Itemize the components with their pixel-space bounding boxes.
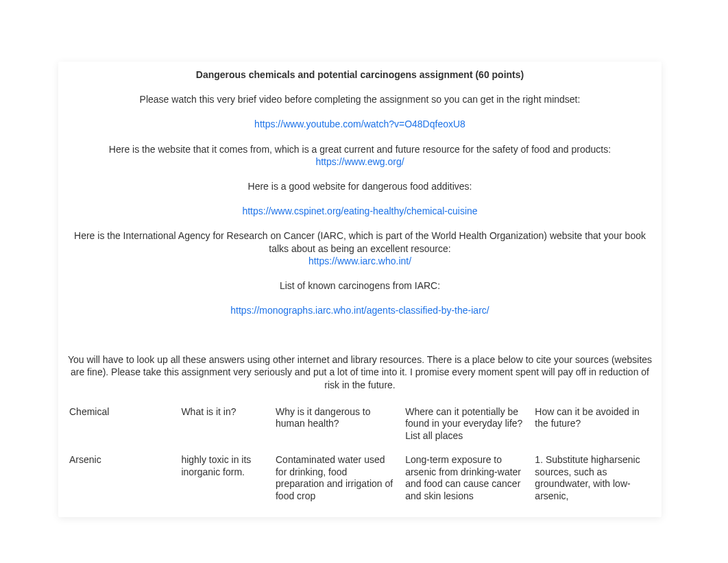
intro-paragraph-3: Here is a good website for dangerous foo… xyxy=(65,180,655,192)
header-how-avoided: How can it be avoided in the future? xyxy=(531,403,655,452)
cell-why-dangerous: Contaminated water used for drinking, fo… xyxy=(271,451,401,512)
header-chemical: Chemical xyxy=(65,403,177,452)
header-what-is-it-in: What is it in? xyxy=(177,403,271,452)
cell-what-is-it-in: highly toxic in its inorganic form. xyxy=(177,451,271,512)
intro-paragraph-2: Here is the website that it comes from, … xyxy=(65,143,655,155)
document-page: Dangerous chemicals and potential carcin… xyxy=(58,62,662,517)
assignment-title: Dangerous chemicals and potential carcin… xyxy=(65,68,655,81)
intro-paragraph-4: Here is the International Agency for Res… xyxy=(65,229,655,254)
header-where-found: Where can it potentially be found in you… xyxy=(401,403,531,452)
cell-where-found: Long-term exposure to arsenic from drink… xyxy=(401,451,531,512)
intro-paragraph-5: List of known carcinogens from IARC: xyxy=(65,279,655,292)
table-row: Arsenic highly toxic in its inorganic fo… xyxy=(65,451,655,512)
iarc-link[interactable]: https://www.iarc.who.int/ xyxy=(308,255,411,266)
table-header-row: Chemical What is it in? Why is it danger… xyxy=(65,403,655,452)
ewg-link[interactable]: https://www.ewg.org/ xyxy=(315,156,404,167)
cell-how-avoided: 1. Substitute higharsenic sources, such … xyxy=(531,451,655,512)
cell-chemical: Arsenic xyxy=(65,451,177,512)
monographs-link[interactable]: https://monographs.iarc.who.int/agents-c… xyxy=(230,305,489,316)
assignment-table: Chemical What is it in? Why is it danger… xyxy=(65,403,655,512)
instructions-paragraph: You will have to look up all these answe… xyxy=(65,353,655,391)
header-why-dangerous: Why is it dangerous to human health? xyxy=(271,403,401,452)
intro-paragraph-1: Please watch this very brief video befor… xyxy=(65,93,655,105)
cspi-link[interactable]: https://www.cspinet.org/eating-healthy/c… xyxy=(242,205,477,216)
document-header: Dangerous chemicals and potential carcin… xyxy=(65,68,655,391)
video-link[interactable]: https://www.youtube.com/watch?v=O48Dqfeo… xyxy=(254,118,465,129)
